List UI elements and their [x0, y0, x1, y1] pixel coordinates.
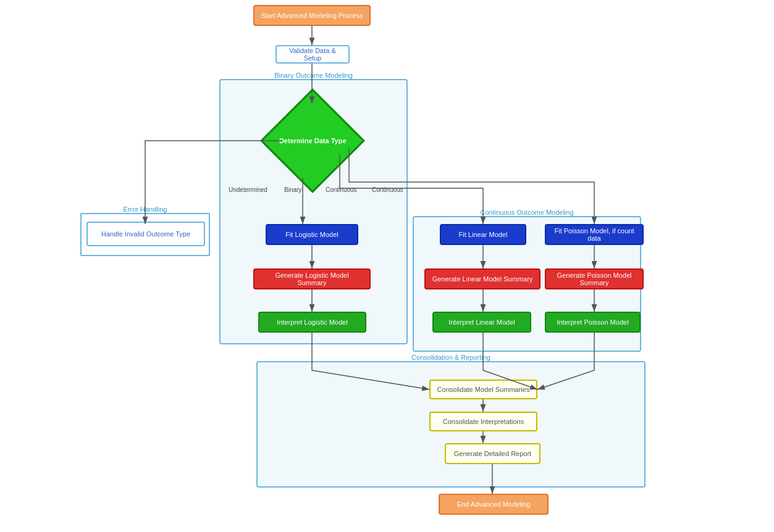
fit-logistic-node[interactable]: Fit Logistic Model — [266, 224, 358, 245]
error-group: Error Handling Handle Invalid Outcome Ty… — [80, 213, 210, 256]
validate-node[interactable]: Validate Data & Setup — [276, 45, 350, 64]
consolidation-group-label: Consolidation & Reporting — [409, 354, 493, 361]
continuous-group-label: Continuous Outcome Modeling — [477, 209, 576, 216]
label-continuous2: Continuous — [372, 186, 403, 193]
consolidate-interp-node[interactable]: Consolidate Interpretations — [429, 412, 537, 431]
error-group-label: Error Handling — [124, 206, 167, 213]
generate-report-node[interactable]: Generate Detailed Report — [445, 443, 541, 464]
fit-linear-node[interactable]: Fit Linear Model — [440, 224, 526, 245]
flowchart-canvas: Binary Outcome Modeling Continuous Outco… — [0, 0, 774, 532]
start-node[interactable]: Start Advanced Modeling Process — [253, 5, 371, 26]
interpret-poisson-node[interactable]: Interpret Poisson Model — [545, 312, 641, 333]
consolidate-summaries-node[interactable]: Consolidate Model Summaries — [429, 380, 537, 399]
gen-linear-summary-node[interactable]: Generate Linear Model Summary — [424, 268, 541, 289]
determine-diamond: Determine Data Type — [276, 104, 350, 178]
handle-invalid-node[interactable]: Handle Invalid Outcome Type — [86, 222, 205, 246]
interpret-logistic-node[interactable]: Interpret Logistic Model — [258, 312, 366, 333]
label-undetermined: Undetermined — [229, 186, 267, 193]
gen-logistic-summary-node[interactable]: Generate Logistic Model Summary — [253, 268, 371, 289]
gen-poisson-summary-node[interactable]: Generate Poisson Model Summary — [545, 268, 644, 289]
binary-group-label: Binary Outcome Modeling — [272, 72, 355, 79]
interpret-linear-node[interactable]: Interpret Linear Model — [432, 312, 531, 333]
label-binary: Binary — [284, 186, 301, 193]
end-node[interactable]: End Advanced Modeling — [439, 494, 549, 515]
fit-poisson-node[interactable]: Fit Poisson Model, if count data — [545, 224, 644, 245]
label-continuous1: Continuous — [326, 186, 357, 193]
